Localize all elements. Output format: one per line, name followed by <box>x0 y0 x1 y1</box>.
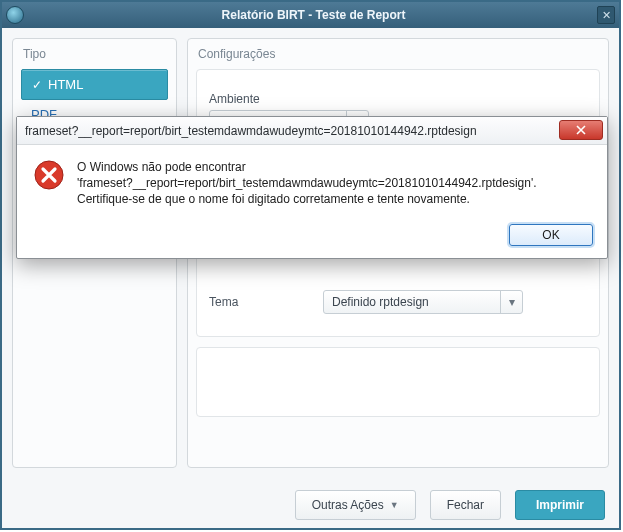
error-body: O Windows não pode encontrar 'frameset?_… <box>17 145 607 216</box>
outras-acoes-label: Outras Ações <box>312 498 384 512</box>
error-line2: 'frameset?__report=report/birt_testemdaw… <box>77 175 537 191</box>
tema-value: Definido rptdesign <box>332 295 429 309</box>
error-icon <box>33 159 65 191</box>
error-footer: OK <box>17 216 607 258</box>
type-item-label: HTML <box>48 77 83 92</box>
type-item-html[interactable]: ✓ HTML <box>21 69 168 100</box>
tema-label: Tema <box>209 295 309 309</box>
tema-row: Tema Definido rptdesign ▾ <box>209 290 587 314</box>
error-ok-label: OK <box>542 228 559 242</box>
app-icon <box>6 6 24 24</box>
ambiente-label: Ambiente <box>209 92 309 106</box>
tema-select[interactable]: Definido rptdesign ▾ <box>323 290 523 314</box>
sidebar-title: Tipo <box>23 47 168 61</box>
error-message: O Windows não pode encontrar 'frameset?_… <box>77 159 537 208</box>
app-window: Relatório BIRT - Teste de Report ✕ Tipo … <box>0 0 621 530</box>
error-line3: Certifique-se de que o nome foi digitado… <box>77 191 537 207</box>
close-icon: ✕ <box>602 9 611 22</box>
chevron-down-icon: ▼ <box>390 500 399 510</box>
fechar-button[interactable]: Fechar <box>430 490 501 520</box>
error-dialog: frameset?__report=report/birt_testemdawm… <box>16 116 608 259</box>
title-bar: Relatório BIRT - Teste de Report ✕ <box>2 2 619 28</box>
config-title: Configurações <box>198 47 600 61</box>
window-close-button[interactable]: ✕ <box>597 6 615 24</box>
config-group-bottom <box>196 347 600 417</box>
window-title: Relatório BIRT - Teste de Report <box>30 8 597 22</box>
footer: Outras Ações ▼ Fechar Imprimir <box>2 482 619 520</box>
imprimir-button[interactable]: Imprimir <box>515 490 605 520</box>
close-icon <box>576 125 586 135</box>
chevron-down-icon: ▾ <box>500 291 522 313</box>
check-icon: ✓ <box>32 78 42 92</box>
error-line1: O Windows não pode encontrar <box>77 159 537 175</box>
fechar-label: Fechar <box>447 498 484 512</box>
error-title: frameset?__report=report/birt_testemdawm… <box>25 124 607 138</box>
error-titlebar: frameset?__report=report/birt_testemdawm… <box>17 117 607 145</box>
error-ok-button[interactable]: OK <box>509 224 593 246</box>
error-close-button[interactable] <box>559 120 603 140</box>
imprimir-label: Imprimir <box>536 498 584 512</box>
outras-acoes-button[interactable]: Outras Ações ▼ <box>295 490 416 520</box>
